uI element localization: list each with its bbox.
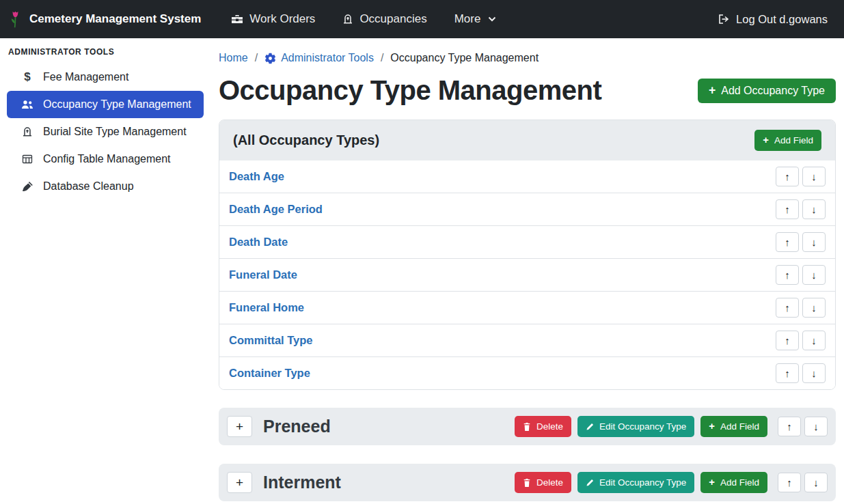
move-up-button[interactable]: ↑ [776,331,799,350]
add-occupancy-type-label: Add Occupancy Type [721,85,825,97]
delete-label: Delete [536,421,563,432]
delete-label: Delete [536,477,563,488]
nav-occupancies[interactable]: Occupancies [342,12,426,26]
sidebar-item-label: Fee Management [43,71,128,83]
delete-button[interactable]: Delete [515,416,571,437]
pencil-icon [586,479,594,487]
reorder-controls: ↑ ↓ [776,167,826,186]
field-link-funeral-date[interactable]: Funeral Date [229,268,297,281]
reorder-controls: ↑ ↓ [778,473,828,492]
flower-logo-icon [8,9,23,29]
headstone-icon [21,126,34,137]
plus-icon: + [709,421,715,432]
dollar-icon: $ [21,70,34,84]
reorder-controls: ↑ ↓ [776,199,826,219]
field-link-death-age[interactable]: Death Age [229,170,284,183]
move-down-button[interactable]: ↓ [802,363,826,383]
reorder-controls: ↑ ↓ [776,232,826,252]
add-field-button[interactable]: + Add Field [700,416,767,437]
all-occupancy-types-header: (All Occupancy Types) + Add Field [219,120,835,160]
move-down-button[interactable]: ↓ [804,473,828,492]
field-link-funeral-home[interactable]: Funeral Home [229,301,304,314]
occupancy-type-section-interment: + Interment Delete [219,464,836,501]
field-row: Committal Type ↑ ↓ [219,324,835,356]
all-occupancy-types-title: (All Occupancy Types) [233,132,379,148]
field-link-death-age-period[interactable]: Death Age Period [229,203,323,216]
field-link-committal-type[interactable]: Committal Type [229,334,313,347]
edit-occupancy-type-label: Edit Occupancy Type [599,421,686,432]
move-up-button[interactable]: ↑ [776,363,799,383]
sidebar-item-config-table-management[interactable]: Config Table Management [7,145,204,173]
move-up-button[interactable]: ↑ [776,298,799,318]
trash-icon [523,478,531,488]
delete-button[interactable]: Delete [515,472,571,493]
section-actions: Delete Edit Occupancy Type + Add Field ↑ [515,416,828,437]
move-down-button[interactable]: ↓ [802,265,826,285]
app-title: Cemetery Management System [29,12,201,26]
app-brand[interactable]: Cemetery Management System [8,9,201,29]
edit-occupancy-type-label: Edit Occupancy Type [599,477,686,488]
plus-icon: + [763,135,769,145]
headstone-icon [342,14,353,25]
move-down-button[interactable]: ↓ [802,331,826,350]
sidebar-item-occupancy-type-management[interactable]: Occupancy Type Management [7,91,204,118]
field-link-container-type[interactable]: Container Type [229,367,310,380]
field-row: Funeral Date ↑ ↓ [219,258,835,291]
nav-more[interactable]: More [454,12,497,26]
expand-button[interactable]: + [227,472,252,493]
sidebar-item-database-cleanup[interactable]: Database Cleanup [7,173,204,200]
breadcrumb: Home / Administrator Tools / Occupancy T… [219,52,836,64]
move-down-button[interactable]: ↓ [804,417,828,436]
users-icon [21,100,34,109]
table-icon [21,154,34,165]
add-field-button[interactable]: + Add Field [754,130,821,151]
sidebar-item-label: Config Table Management [43,153,171,165]
plus-icon: + [709,85,716,97]
sidebar-item-label: Burial Site Type Management [43,126,187,138]
logout-label: Log Out d.gowans [736,13,828,26]
move-up-button[interactable]: ↑ [776,232,799,252]
sidebar-item-label: Database Cleanup [43,180,134,193]
occupancy-type-title: Interment [263,473,504,492]
breadcrumb-separator: / [381,52,383,64]
plus-icon: + [709,477,715,488]
move-down-button[interactable]: ↓ [802,167,826,186]
move-up-button[interactable]: ↑ [778,417,801,436]
all-occupancy-types-card: (All Occupancy Types) + Add Field Death … [219,120,836,390]
field-link-death-date[interactable]: Death Date [229,236,288,249]
move-up-button[interactable]: ↑ [776,265,799,285]
move-up-button[interactable]: ↑ [778,473,801,492]
breadcrumb-home-link[interactable]: Home [219,52,248,64]
move-down-button[interactable]: ↓ [802,199,826,219]
add-field-label: Add Field [720,477,759,488]
breadcrumb-admin-tools-link[interactable]: Administrator Tools [264,52,374,64]
pencil-icon [586,423,594,431]
occupancy-type-section-preneed: + Preneed Delete [219,408,836,445]
section-actions: Delete Edit Occupancy Type + Add Field ↑ [515,472,828,493]
breadcrumb-separator: / [255,52,258,64]
logout-button[interactable]: Log Out d.gowans [718,13,828,26]
title-row: Occupancy Type Management + Add Occupanc… [219,75,836,106]
breadcrumb-admin-tools-label: Administrator Tools [281,52,374,64]
expand-button[interactable]: + [227,416,252,437]
move-up-button[interactable]: ↑ [776,167,799,186]
nav-work-orders[interactable]: Work Orders [231,12,315,26]
sidebar-item-burial-site-type-management[interactable]: Burial Site Type Management [7,118,204,145]
nav-links: Work Orders Occupancies More [231,12,496,26]
add-field-button[interactable]: + Add Field [700,472,767,493]
edit-occupancy-type-button[interactable]: Edit Occupancy Type [577,472,694,493]
edit-occupancy-type-button[interactable]: Edit Occupancy Type [577,416,694,437]
add-occupancy-type-button[interactable]: + Add Occupancy Type [698,79,836,103]
move-up-button[interactable]: ↑ [776,199,799,219]
logout-icon [718,14,730,25]
main-content: Home / Administrator Tools / Occupancy T… [210,38,844,504]
field-row: Death Age ↑ ↓ [219,160,835,193]
reorder-controls: ↑ ↓ [776,265,826,285]
sidebar-item-fee-management[interactable]: $ Fee Management [7,64,204,91]
nav-more-label: More [454,12,481,26]
move-down-button[interactable]: ↓ [802,232,826,252]
chevron-down-icon [488,16,496,22]
occupancy-type-title: Preneed [263,417,504,436]
add-field-label: Add Field [774,135,813,145]
move-down-button[interactable]: ↓ [802,298,826,318]
